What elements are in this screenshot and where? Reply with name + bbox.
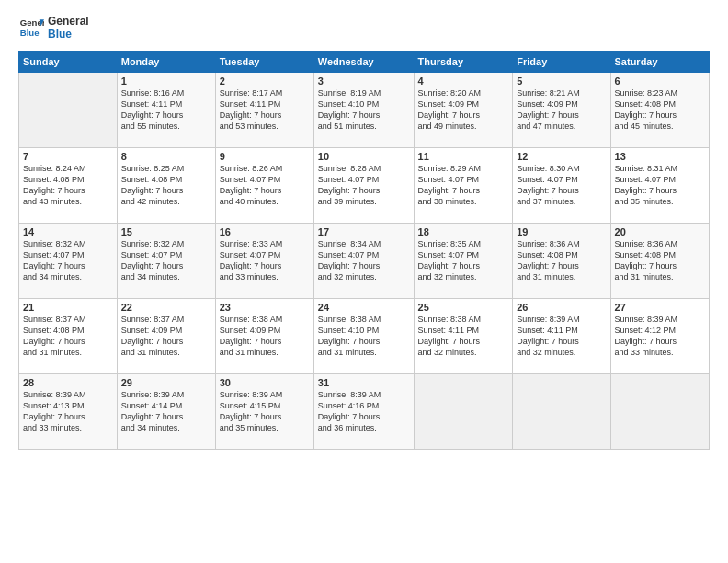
day-info: Sunrise: 8:34 AMSunset: 4:07 PMDaylight:… <box>318 238 410 283</box>
day-info: Sunrise: 8:24 AMSunset: 4:08 PMDaylight:… <box>23 163 113 208</box>
day-number: 22 <box>121 302 211 313</box>
day-number: 14 <box>23 226 113 237</box>
calendar-table: SundayMondayTuesdayWednesdayThursdayFrid… <box>18 51 710 450</box>
day-number: 21 <box>23 302 113 313</box>
day-info: Sunrise: 8:23 AMSunset: 4:08 PMDaylight:… <box>615 87 705 132</box>
day-cell: 26Sunrise: 8:39 AMSunset: 4:11 PMDayligh… <box>513 298 610 373</box>
weekday-header-tuesday: Tuesday <box>215 51 313 72</box>
day-number: 12 <box>517 151 606 162</box>
day-info: Sunrise: 8:35 AMSunset: 4:07 PMDaylight:… <box>418 238 509 283</box>
day-info: Sunrise: 8:38 AMSunset: 4:11 PMDaylight:… <box>418 314 509 359</box>
day-info: Sunrise: 8:39 AMSunset: 4:16 PMDaylight:… <box>318 389 410 434</box>
day-cell: 29Sunrise: 8:39 AMSunset: 4:14 PMDayligh… <box>117 373 215 449</box>
day-number: 1 <box>121 75 211 86</box>
day-number: 23 <box>220 302 310 313</box>
day-info: Sunrise: 8:36 AMSunset: 4:08 PMDaylight:… <box>615 238 705 283</box>
page-header: General Blue General Blue <box>18 15 710 41</box>
week-row-0: 1Sunrise: 8:16 AMSunset: 4:11 PMDaylight… <box>19 72 710 147</box>
day-info: Sunrise: 8:26 AMSunset: 4:07 PMDaylight:… <box>220 163 310 208</box>
day-info: Sunrise: 8:32 AMSunset: 4:07 PMDaylight:… <box>23 238 113 283</box>
day-info: Sunrise: 8:32 AMSunset: 4:07 PMDaylight:… <box>121 238 211 283</box>
day-info: Sunrise: 8:25 AMSunset: 4:08 PMDaylight:… <box>121 163 211 208</box>
day-cell <box>414 373 513 449</box>
day-number: 17 <box>318 226 410 237</box>
day-cell: 9Sunrise: 8:26 AMSunset: 4:07 PMDaylight… <box>215 147 313 223</box>
day-number: 26 <box>517 302 606 313</box>
day-info: Sunrise: 8:17 AMSunset: 4:11 PMDaylight:… <box>220 87 310 132</box>
day-info: Sunrise: 8:29 AMSunset: 4:07 PMDaylight:… <box>418 163 509 208</box>
day-number: 29 <box>121 377 211 388</box>
week-row-1: 7Sunrise: 8:24 AMSunset: 4:08 PMDaylight… <box>19 147 710 223</box>
day-cell: 27Sunrise: 8:39 AMSunset: 4:12 PMDayligh… <box>610 298 709 373</box>
day-cell: 1Sunrise: 8:16 AMSunset: 4:11 PMDaylight… <box>117 72 215 147</box>
day-info: Sunrise: 8:30 AMSunset: 4:07 PMDaylight:… <box>517 163 606 208</box>
day-cell: 12Sunrise: 8:30 AMSunset: 4:07 PMDayligh… <box>513 147 610 223</box>
day-number: 3 <box>318 75 410 86</box>
day-info: Sunrise: 8:31 AMSunset: 4:07 PMDaylight:… <box>615 163 705 208</box>
day-info: Sunrise: 8:39 AMSunset: 4:13 PMDaylight:… <box>23 389 113 434</box>
day-cell <box>610 373 709 449</box>
day-number: 15 <box>121 226 211 237</box>
day-cell: 7Sunrise: 8:24 AMSunset: 4:08 PMDaylight… <box>19 147 118 223</box>
day-cell: 25Sunrise: 8:38 AMSunset: 4:11 PMDayligh… <box>414 298 513 373</box>
week-row-4: 28Sunrise: 8:39 AMSunset: 4:13 PMDayligh… <box>19 373 710 449</box>
logo: General Blue General Blue <box>18 15 89 41</box>
weekday-header-friday: Friday <box>513 51 610 72</box>
svg-text:Blue: Blue <box>20 28 40 38</box>
day-cell: 8Sunrise: 8:25 AMSunset: 4:08 PMDaylight… <box>117 147 215 223</box>
day-info: Sunrise: 8:38 AMSunset: 4:10 PMDaylight:… <box>318 314 410 359</box>
day-number: 19 <box>517 226 606 237</box>
day-info: Sunrise: 8:39 AMSunset: 4:12 PMDaylight:… <box>615 314 705 359</box>
day-cell: 22Sunrise: 8:37 AMSunset: 4:09 PMDayligh… <box>117 298 215 373</box>
weekday-header-saturday: Saturday <box>610 51 709 72</box>
day-info: Sunrise: 8:20 AMSunset: 4:09 PMDaylight:… <box>418 87 509 132</box>
day-info: Sunrise: 8:21 AMSunset: 4:09 PMDaylight:… <box>517 87 606 132</box>
day-info: Sunrise: 8:39 AMSunset: 4:11 PMDaylight:… <box>517 314 606 359</box>
day-info: Sunrise: 8:37 AMSunset: 4:08 PMDaylight:… <box>23 314 113 359</box>
day-cell: 18Sunrise: 8:35 AMSunset: 4:07 PMDayligh… <box>414 223 513 298</box>
day-info: Sunrise: 8:19 AMSunset: 4:10 PMDaylight:… <box>318 87 410 132</box>
calendar-header: SundayMondayTuesdayWednesdayThursdayFrid… <box>19 51 710 72</box>
weekday-header-monday: Monday <box>117 51 215 72</box>
day-cell: 24Sunrise: 8:38 AMSunset: 4:10 PMDayligh… <box>313 298 414 373</box>
day-number: 31 <box>318 377 410 388</box>
day-info: Sunrise: 8:33 AMSunset: 4:07 PMDaylight:… <box>220 238 310 283</box>
weekday-row: SundayMondayTuesdayWednesdayThursdayFrid… <box>19 51 710 72</box>
day-info: Sunrise: 8:38 AMSunset: 4:09 PMDaylight:… <box>220 314 310 359</box>
weekday-header-wednesday: Wednesday <box>313 51 414 72</box>
day-number: 5 <box>517 75 606 86</box>
day-cell: 15Sunrise: 8:32 AMSunset: 4:07 PMDayligh… <box>117 223 215 298</box>
day-number: 20 <box>615 226 705 237</box>
day-cell: 2Sunrise: 8:17 AMSunset: 4:11 PMDaylight… <box>215 72 313 147</box>
calendar-body: 1Sunrise: 8:16 AMSunset: 4:11 PMDaylight… <box>19 72 710 449</box>
day-cell: 17Sunrise: 8:34 AMSunset: 4:07 PMDayligh… <box>313 223 414 298</box>
day-info: Sunrise: 8:37 AMSunset: 4:09 PMDaylight:… <box>121 314 211 359</box>
day-info: Sunrise: 8:39 AMSunset: 4:14 PMDaylight:… <box>121 389 211 434</box>
day-cell <box>513 373 610 449</box>
week-row-3: 21Sunrise: 8:37 AMSunset: 4:08 PMDayligh… <box>19 298 710 373</box>
day-number: 6 <box>615 75 705 86</box>
day-number: 2 <box>220 75 310 86</box>
day-cell: 28Sunrise: 8:39 AMSunset: 4:13 PMDayligh… <box>19 373 118 449</box>
logo-blue: Blue <box>48 28 89 40</box>
day-cell: 20Sunrise: 8:36 AMSunset: 4:08 PMDayligh… <box>610 223 709 298</box>
day-cell: 30Sunrise: 8:39 AMSunset: 4:15 PMDayligh… <box>215 373 313 449</box>
day-cell: 5Sunrise: 8:21 AMSunset: 4:09 PMDaylight… <box>513 72 610 147</box>
day-cell: 23Sunrise: 8:38 AMSunset: 4:09 PMDayligh… <box>215 298 313 373</box>
day-number: 27 <box>615 302 705 313</box>
logo-general: General <box>48 15 89 28</box>
day-number: 24 <box>318 302 410 313</box>
day-cell: 31Sunrise: 8:39 AMSunset: 4:16 PMDayligh… <box>313 373 414 449</box>
day-number: 18 <box>418 226 509 237</box>
weekday-header-sunday: Sunday <box>19 51 118 72</box>
day-number: 9 <box>220 151 310 162</box>
day-number: 8 <box>121 151 211 162</box>
day-info: Sunrise: 8:28 AMSunset: 4:07 PMDaylight:… <box>318 163 410 208</box>
day-number: 7 <box>23 151 113 162</box>
day-number: 10 <box>318 151 410 162</box>
day-info: Sunrise: 8:16 AMSunset: 4:11 PMDaylight:… <box>121 87 211 132</box>
day-number: 25 <box>418 302 509 313</box>
day-number: 30 <box>220 377 310 388</box>
weekday-header-thursday: Thursday <box>414 51 513 72</box>
day-info: Sunrise: 8:36 AMSunset: 4:08 PMDaylight:… <box>517 238 606 283</box>
